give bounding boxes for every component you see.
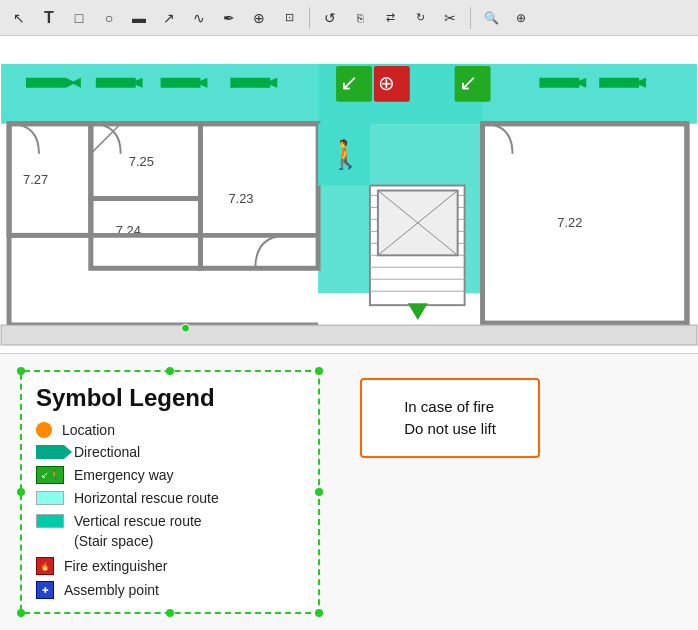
legend-box: Symbol Legend Location Directional ↙🚶 Em…	[20, 370, 320, 614]
legend-title: Symbol Legend	[36, 384, 304, 412]
separator-1	[309, 7, 310, 29]
fire-extinguisher-icon: 🔥	[36, 557, 54, 575]
legend-item-assembly: ✚ Assembly point	[36, 581, 304, 599]
emergency-way-label: Emergency way	[74, 467, 174, 483]
svg-rect-21	[1, 325, 697, 345]
horizontal-rescue-icon	[36, 491, 64, 505]
legend-item-horizontal-rescue: Horizontal rescue route	[36, 490, 304, 506]
corner-handle-br[interactable]	[315, 609, 323, 617]
pen-tool[interactable]: ✒	[216, 5, 242, 31]
select-tool[interactable]: ↖	[6, 5, 32, 31]
cut-tool[interactable]: ✂	[437, 5, 463, 31]
svg-marker-26	[161, 78, 201, 88]
line-tool[interactable]: ▬	[126, 5, 152, 31]
legend-item-directional: Directional	[36, 444, 304, 460]
bottom-area: Symbol Legend Location Directional ↙🚶 Em…	[0, 354, 698, 630]
svg-text:↙: ↙	[459, 70, 477, 95]
horizontal-rescue-label: Horizontal rescue route	[74, 490, 219, 506]
directional-icon	[36, 445, 64, 459]
legend-item-fire-ext: 🔥 Fire extinguisher	[36, 557, 304, 575]
assembly-point-label: Assembly point	[64, 582, 159, 598]
separator-2	[470, 7, 471, 29]
mid-handle-r[interactable]	[315, 488, 323, 496]
svg-text:7.25: 7.25	[129, 154, 154, 169]
svg-marker-28	[230, 78, 270, 88]
floor-plan-svg: 7.27 7.25 7.24 7.23 7.22	[0, 36, 698, 353]
svg-marker-30	[539, 78, 579, 88]
vertical-rescue-label: Vertical rescue route(Stair space)	[74, 512, 202, 551]
assembly-point-icon: ✚	[36, 581, 54, 599]
legend-item-location: Location	[36, 422, 304, 438]
toolbar: ↖ T □ ○ ▬ ↗ ∿ ✒ ⊕ ⊡ ↺ ⎘ ⇄ ↻ ✂ 🔍 ⊕	[0, 0, 698, 36]
legend-item-emergency: ↙🚶 Emergency way	[36, 466, 304, 484]
svg-text:🚶: 🚶	[328, 138, 363, 171]
legend-item-vertical-rescue: Vertical rescue route(Stair space)	[36, 512, 304, 551]
svg-marker-24	[96, 78, 136, 88]
annotation-line1: In case of fire	[404, 398, 494, 415]
fire-extinguisher-label: Fire extinguisher	[64, 558, 168, 574]
corner-handle-tr[interactable]	[315, 367, 323, 375]
svg-text:↙: ↙	[340, 70, 358, 95]
rotate-tool[interactable]: ↻	[407, 5, 433, 31]
text-tool[interactable]: T	[36, 5, 62, 31]
flip-tool[interactable]: ⇄	[377, 5, 403, 31]
copy-paste-tool[interactable]: ⎘	[347, 5, 373, 31]
svg-text:7.22: 7.22	[557, 215, 582, 230]
svg-text:7.27: 7.27	[23, 172, 48, 187]
mid-handle-b[interactable]	[166, 609, 174, 617]
svg-text:⊕: ⊕	[378, 72, 395, 94]
undo-tool[interactable]: ↺	[317, 5, 343, 31]
arrow-tool[interactable]: ↗	[156, 5, 182, 31]
svg-marker-22	[26, 78, 76, 88]
location-icon	[36, 422, 52, 438]
corner-handle-bl[interactable]	[17, 609, 25, 617]
vertical-rescue-icon	[36, 514, 64, 528]
corner-handle-tl[interactable]	[17, 367, 25, 375]
crop-tool[interactable]: ⊡	[276, 5, 302, 31]
directional-label: Directional	[74, 444, 140, 460]
mid-handle-t[interactable]	[166, 367, 174, 375]
canvas-area[interactable]: 7.27 7.25 7.24 7.23 7.22	[0, 36, 698, 354]
connect-tool[interactable]: ⊕	[246, 5, 272, 31]
annotation-box: In case of fire Do not use lift	[360, 378, 540, 458]
svg-text:7.23: 7.23	[228, 191, 253, 206]
rectangle-tool[interactable]: □	[66, 5, 92, 31]
location-label: Location	[62, 422, 115, 438]
annotation-line2: Do not use lift	[404, 420, 496, 437]
mid-handle-l[interactable]	[17, 488, 25, 496]
svg-marker-32	[599, 78, 639, 88]
emergency-way-icon: ↙🚶	[36, 466, 64, 484]
annotation-text: In case of fire Do not use lift	[404, 396, 496, 441]
zoom-in-tool[interactable]: ⊕	[508, 5, 534, 31]
svg-point-55	[182, 324, 190, 332]
ellipse-tool[interactable]: ○	[96, 5, 122, 31]
search-tool[interactable]: 🔍	[478, 5, 504, 31]
curve-tool[interactable]: ∿	[186, 5, 212, 31]
